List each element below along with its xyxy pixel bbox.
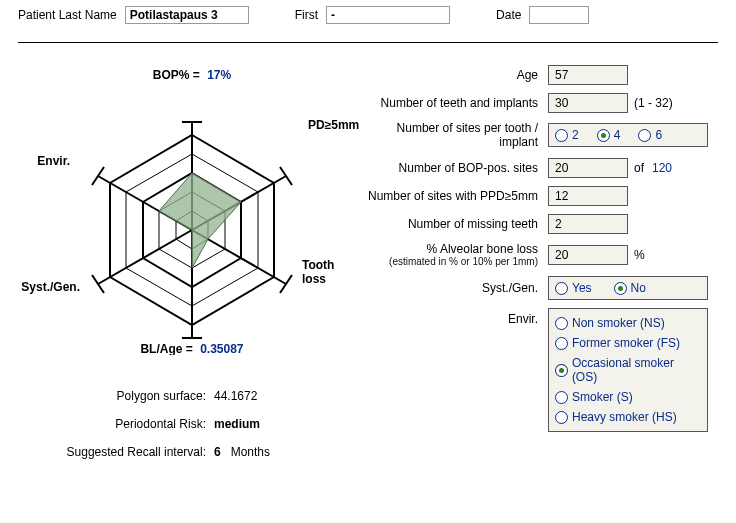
teeth-label: Number of teeth and implants — [363, 96, 548, 110]
envir-ns[interactable]: Non smoker (NS) — [555, 313, 701, 333]
bone-loss-label: % Alveolar bone loss (estimated in % or … — [363, 242, 548, 268]
envir-label: Envir. — [363, 308, 548, 326]
polygon-surface-label: Polygon surface: — [18, 389, 214, 403]
axis-toothloss-label: Tooth loss — [302, 258, 338, 286]
ppd-sites-input[interactable] — [548, 186, 628, 206]
axis-syst-label: Syst./Gen. — [21, 280, 80, 294]
envir-radio-group: Non smoker (NS) Former smoker (FS) Occas… — [548, 308, 708, 432]
teeth-input[interactable] — [548, 93, 628, 113]
svg-line-15 — [92, 275, 104, 293]
axis-blage-label: BL/Age = — [140, 342, 192, 355]
age-label: Age — [363, 68, 548, 82]
svg-line-16 — [92, 167, 104, 185]
bone-loss-input[interactable] — [548, 245, 628, 265]
lastname-label: Patient Last Name — [18, 8, 117, 22]
envir-fs[interactable]: Former smoker (FS) — [555, 333, 701, 353]
axis-bop-value: 17% — [207, 68, 231, 82]
sites-option-4[interactable]: 4 — [597, 128, 621, 142]
bop-of-label: of — [634, 161, 644, 175]
envir-s[interactable]: Smoker (S) — [555, 387, 701, 407]
sites-option-6[interactable]: 6 — [638, 128, 662, 142]
missing-teeth-label: Number of missing teeth — [363, 217, 548, 231]
axis-envir-label: Envir. — [37, 154, 70, 168]
sites-per-tooth-label: Number of sites per tooth / implant — [363, 121, 548, 150]
syst-no[interactable]: No — [614, 281, 646, 295]
date-label: Date — [496, 8, 521, 22]
recall-interval-unit: Months — [231, 445, 270, 459]
bone-loss-unit: % — [634, 248, 645, 262]
sites-per-tooth-radio-group: 2 4 6 — [548, 123, 708, 147]
axis-bop-label: BOP% = — [153, 68, 200, 82]
svg-line-13 — [280, 275, 292, 293]
bop-sites-input[interactable] — [548, 158, 628, 178]
svg-marker-17 — [159, 173, 241, 268]
sites-option-2[interactable]: 2 — [555, 128, 579, 142]
svg-text:BOP% =
            17%: BOP% = 17% — [153, 68, 232, 82]
first-label: First — [295, 8, 318, 22]
envir-hs[interactable]: Heavy smoker (HS) — [555, 407, 701, 427]
axis-pd-label: PD≥5mm — [308, 118, 359, 132]
periodontal-risk-label: Periodontal Risk: — [18, 417, 214, 431]
first-input[interactable] — [326, 6, 450, 24]
axis-blage-value: 0.35087 — [200, 342, 244, 355]
svg-line-12 — [280, 167, 292, 185]
date-input[interactable] — [529, 6, 589, 24]
polygon-surface-value: 44.1672 — [214, 389, 257, 403]
age-input[interactable] — [548, 65, 628, 85]
divider — [18, 42, 718, 43]
risk-hexagon-chart: BOP% = 17% PD≥5mm Tooth loss BL/Age = 0.… — [20, 65, 360, 355]
lastname-input[interactable] — [125, 6, 249, 24]
bop-total: 120 — [652, 161, 672, 175]
recall-interval-label: Suggested Recall interval: — [18, 445, 214, 459]
syst-radio-group: Yes No — [548, 276, 708, 300]
ppd-sites-label: Number of sites with PPD≥5mm — [363, 189, 548, 203]
teeth-range: (1 - 32) — [634, 96, 673, 110]
periodontal-risk-value: medium — [214, 417, 260, 431]
svg-line-9 — [98, 230, 192, 284]
syst-label: Syst./Gen. — [363, 281, 548, 295]
bop-sites-label: Number of BOP-pos. sites — [363, 161, 548, 175]
svg-text:BL/Age =
            0.35087: BL/Age = 0.35087 — [140, 342, 243, 355]
envir-os[interactable]: Occasional smoker (OS) — [555, 353, 701, 387]
missing-teeth-input[interactable] — [548, 214, 628, 234]
recall-interval-value: 6 — [214, 445, 221, 459]
syst-yes[interactable]: Yes — [555, 281, 592, 295]
